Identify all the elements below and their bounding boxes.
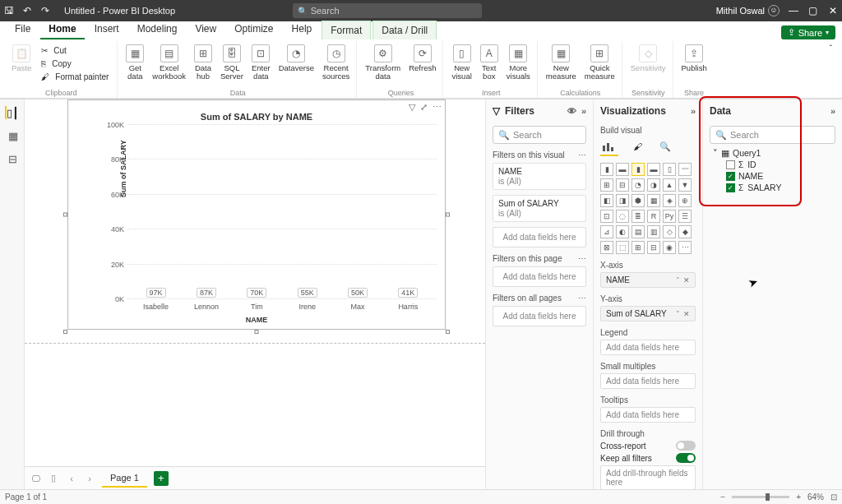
viz-type-9[interactable]: ◑ [647, 178, 660, 192]
close-icon[interactable]: ✕ [827, 5, 839, 16]
viz-type-20[interactable]: ≣ [632, 210, 645, 223]
maximize-icon[interactable]: ▢ [807, 5, 819, 16]
show-filter-icon[interactable]: 👁 [567, 106, 576, 116]
add-page-button[interactable]: + [154, 471, 169, 486]
filter-card-name[interactable]: NAMEis (All) [493, 163, 586, 190]
collapse-filter-icon[interactable]: » [581, 106, 586, 116]
ribbon-collapse[interactable]: ˆ [825, 41, 837, 57]
dataverse-button[interactable]: ◔Dataverse [277, 43, 316, 83]
collapse-data-icon[interactable]: » [830, 106, 835, 116]
data-search[interactable]: 🔍Search [710, 126, 835, 144]
tab-data-drill[interactable]: Data / Drill [372, 21, 437, 39]
viz-type-35[interactable]: ⋯ [678, 241, 692, 254]
viz-type-31[interactable]: ⬚ [616, 241, 629, 254]
model-view-icon[interactable]: ⊟ [5, 152, 20, 165]
viz-type-3[interactable]: ▬ [647, 163, 660, 176]
viz-type-11[interactable]: ▼ [678, 178, 692, 192]
viz-type-2[interactable]: ▮ [632, 163, 645, 176]
table-view-icon[interactable]: ▦ [5, 129, 20, 142]
add-all-filter[interactable]: Add data fields here [493, 306, 586, 326]
legend-drop[interactable]: Add data fields here [600, 340, 696, 355]
add-page-filter[interactable]: Add data fields here [493, 266, 586, 287]
tab-help[interactable]: Help [284, 20, 321, 39]
zoom-in-icon[interactable]: + [796, 492, 801, 502]
build-tab[interactable] [600, 138, 618, 156]
filter-card-salary[interactable]: Sum of SALARYis (All) [493, 195, 586, 222]
new-measure-button[interactable]: ▦New measure [544, 43, 578, 83]
viz-type-25[interactable]: ◐ [616, 225, 629, 238]
excel-button[interactable]: ▤Excel workbook [150, 43, 187, 83]
field-id[interactable]: ΣID [711, 159, 834, 170]
viz-type-10[interactable]: ▲ [663, 178, 676, 192]
refresh-button[interactable]: ⟳Refresh [407, 43, 437, 83]
tooltips-drop[interactable]: Add data fields here [600, 407, 696, 423]
tab-home[interactable]: Home [40, 20, 84, 39]
viz-type-30[interactable]: ⊠ [600, 241, 613, 254]
tab-view[interactable]: View [187, 20, 224, 39]
viz-type-16[interactable]: ◈ [663, 194, 676, 207]
collapse-viz-icon[interactable]: » [691, 106, 696, 116]
recent-sources-button[interactable]: ◷Recent sources [321, 43, 351, 83]
fit-page-icon[interactable]: ⊡ [830, 492, 837, 502]
viz-type-14[interactable]: ⬢ [632, 194, 645, 207]
next-page-icon[interactable]: › [84, 474, 95, 483]
viz-type-8[interactable]: ◔ [632, 178, 645, 192]
get-data-button[interactable]: ▦Get data [124, 43, 146, 83]
publish-button[interactable]: ⇪Publish [680, 43, 709, 74]
viz-type-13[interactable]: ◨ [616, 194, 629, 207]
tab-insert[interactable]: Insert [86, 20, 127, 39]
redo-icon[interactable]: ↷ [39, 5, 51, 16]
viz-type-4[interactable]: ▯ [663, 163, 676, 176]
zoom-out-icon[interactable]: − [720, 492, 725, 502]
viz-type-23[interactable]: ☰ [678, 210, 692, 223]
viz-type-12[interactable]: ◧ [600, 194, 613, 207]
table-node[interactable]: ˅▦Query1 [711, 147, 834, 159]
viz-type-34[interactable]: ◉ [663, 241, 676, 254]
viz-type-18[interactable]: ⊡ [600, 210, 613, 223]
viz-type-26[interactable]: ▤ [632, 225, 645, 238]
save-icon[interactable]: 🖫 [3, 5, 15, 16]
more-icon[interactable]: ⋯ [578, 150, 586, 160]
bar-chart-visual[interactable]: ▽ ⤢ ⋯ Sum of SALARY by NAME Sum of SALAR… [67, 99, 446, 330]
report-view-icon[interactable]: ▯┃ [5, 106, 20, 119]
viz-type-21[interactable]: R [647, 210, 660, 223]
visual-more-icon[interactable]: ⋯ [433, 102, 442, 113]
viz-type-22[interactable]: Py [663, 210, 676, 223]
share-button[interactable]: ⇪Share▾ [781, 25, 835, 39]
prev-page-icon[interactable]: ‹ [66, 474, 77, 483]
focus-icon[interactable]: ⤢ [420, 102, 428, 113]
yaxis-field[interactable]: Sum of SALARY˅✕ [600, 306, 696, 321]
text-box-button[interactable]: AText box [479, 43, 500, 83]
filters-search[interactable]: 🔍Search [493, 126, 586, 144]
viz-type-27[interactable]: ▥ [647, 225, 660, 238]
desktop-layout-icon[interactable]: 🖵 [30, 474, 41, 483]
viz-type-15[interactable]: ▦ [647, 194, 660, 207]
viz-type-24[interactable]: ⊿ [600, 225, 613, 238]
sensitivity-button[interactable]: ◇Sensitivity [629, 43, 668, 74]
remove-icon[interactable]: ✕ [683, 276, 690, 284]
checkbox[interactable]: ✓ [726, 183, 735, 192]
add-visual-filter[interactable]: Add data fields here [493, 227, 586, 247]
new-visual-button[interactable]: ▯New visual [450, 43, 473, 83]
cut-button[interactable]: ✂Cut [38, 44, 112, 57]
viz-type-0[interactable]: ▮ [600, 163, 613, 176]
tab-optimize[interactable]: Optimize [226, 20, 281, 39]
page-tab[interactable]: Page 1 [102, 469, 147, 488]
transform-button[interactable]: ⚙Transform data [363, 43, 402, 83]
report-canvas[interactable]: ▽ ⤢ ⋯ Sum of SALARY by NAME Sum of SALAR… [25, 99, 485, 466]
viz-type-28[interactable]: ◇ [663, 225, 676, 238]
viz-type-17[interactable]: ⊕ [678, 194, 692, 207]
keep-filters-toggle[interactable]: Keep all filters [600, 453, 696, 463]
viz-type-29[interactable]: ◆ [678, 225, 692, 238]
small-multiples-drop[interactable]: Add data fields here [600, 373, 696, 389]
undo-icon[interactable]: ↶ [21, 5, 33, 16]
user-account[interactable]: Mithil Oswal ☺ [716, 5, 780, 16]
more-visuals-button[interactable]: ▦More visuals [505, 43, 532, 83]
quick-measure-button[interactable]: ⊞Quick measure [583, 43, 617, 83]
title-search[interactable]: 🔍 Search [293, 3, 482, 18]
format-tab[interactable]: 🖌 [628, 138, 646, 156]
copy-button[interactable]: ⎘Copy [38, 58, 112, 70]
remove-icon[interactable]: ✕ [683, 310, 690, 318]
chevron-down-icon[interactable]: ˅ [676, 276, 680, 284]
data-hub-button[interactable]: ⊞Data hub [192, 43, 214, 83]
